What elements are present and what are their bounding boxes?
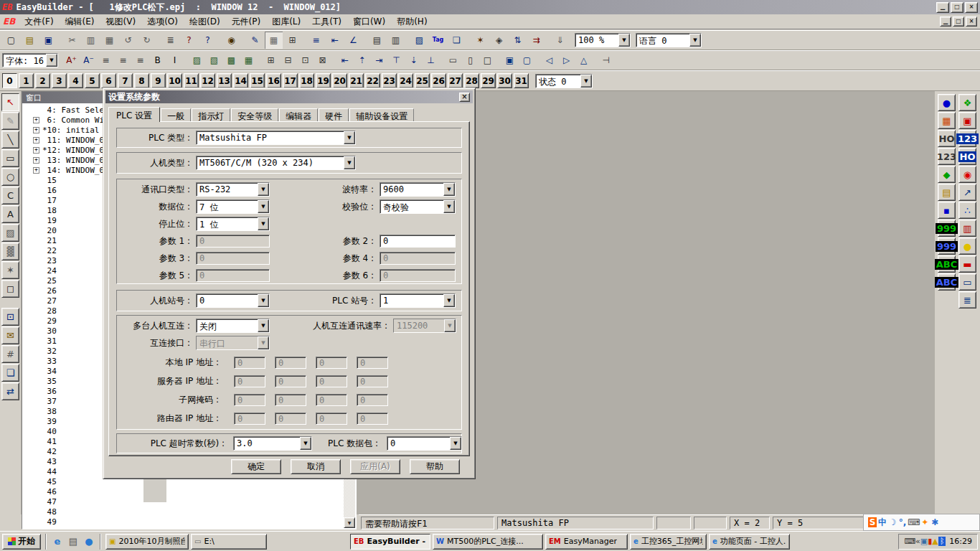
draw-mode-button[interactable]: ✎ [246, 32, 264, 49]
align-bottom-button[interactable]: ⊥ [423, 52, 439, 69]
same-height-button[interactable]: ▯ [462, 52, 479, 69]
snap-button[interactable]: ⊞ [283, 32, 301, 49]
dropdown-arrow-icon[interactable]: ▼ [450, 437, 461, 450]
dropdown-arrow-icon[interactable]: ▼ [46, 54, 57, 67]
expand-plus-icon[interactable]: + [33, 137, 39, 143]
group-button[interactable]: ▣ [501, 52, 518, 69]
parameter-2-input[interactable]: 0 [380, 235, 456, 248]
send-back-button[interactable]: ▧ [206, 52, 222, 69]
task-word-doc[interactable]: WMT500的PLC_连接... [433, 534, 543, 550]
document-close-button[interactable]: × [966, 17, 977, 27]
ascii-input-element[interactable]: ABC [938, 255, 956, 273]
height-shrink-button[interactable]: ⊟ [280, 52, 296, 69]
tag-button[interactable]: Tag [429, 32, 447, 49]
data-bits-combobox[interactable]: 7 位 ▼ [196, 199, 270, 214]
export-window-button[interactable]: ❏ [448, 32, 466, 49]
dropdown-arrow-icon[interactable]: ▼ [258, 183, 269, 196]
expand-plus-icon[interactable]: + [33, 127, 39, 133]
print-button[interactable]: ≣ [161, 32, 179, 49]
packet-combobox[interactable]: 0 ▼ [387, 436, 462, 451]
dropdown-arrow-icon[interactable]: ▼ [443, 294, 455, 307]
dialog-titlebar[interactable]: 设置系统参数 × [105, 90, 473, 103]
expand-plus-icon[interactable]: + [33, 167, 39, 174]
ok-button[interactable]: 确定 [231, 459, 281, 474]
xy-plot-element[interactable]: ∴ [958, 202, 976, 219]
window-page-button-24[interactable]: 24 [398, 73, 413, 88]
scroll-bar-element[interactable]: ▤ [938, 184, 956, 201]
stop-bits-combobox[interactable]: 1 位 ▼ [196, 217, 270, 231]
window-page-button-19[interactable]: 19 [316, 73, 331, 88]
same-size-button[interactable]: □ [479, 52, 496, 69]
toolbox-icon[interactable]: ✱ [930, 516, 940, 529]
new-button[interactable]: ▢ [2, 32, 20, 49]
tab-aux-device[interactable]: 辅助设备设置 [349, 108, 414, 121]
window-page-button-27[interactable]: 27 [448, 73, 463, 88]
window-titlebar[interactable]: EB EasyBuilder - [ 1修改PLC松下.epj : WINDOW… [0, 0, 980, 14]
redo-button[interactable]: ↻ [138, 32, 156, 49]
sogou-logo[interactable]: S [867, 516, 877, 529]
tree-item[interactable]: 47 [24, 496, 343, 507]
paste-button[interactable]: ▦ [100, 32, 118, 49]
width-enlarge-button[interactable]: ⊡ [297, 52, 314, 69]
font-size-combobox[interactable]: 字体: 16 ▼ [2, 53, 58, 67]
measure-button[interactable]: ∠ [344, 32, 362, 49]
element-list-button[interactable]: ▤ [368, 32, 386, 49]
soft-keyboard-icon[interactable]: ⌨ [908, 516, 920, 529]
transform-tool[interactable]: ✎ [1, 112, 19, 130]
window-page-button-30[interactable]: 30 [497, 73, 512, 88]
window-page-button-4[interactable]: 4 [68, 73, 83, 88]
expand-plus-icon[interactable]: + [33, 117, 39, 123]
cancel-button[interactable]: 取消 [291, 459, 341, 474]
window-page-button-5[interactable]: 5 [85, 73, 100, 88]
dropdown-arrow-icon[interactable]: ▼ [344, 131, 355, 144]
element-position-button[interactable]: ⇤ [326, 32, 344, 49]
window-page-button-11[interactable]: 11 [184, 73, 199, 88]
frame-tool[interactable]: ◻ [1, 280, 19, 298]
align-elements-button[interactable]: ≡ [307, 32, 325, 49]
tab-hardware[interactable]: 硬件 [319, 108, 349, 121]
start-button[interactable]: 开始 [2, 534, 41, 550]
ungroup-button[interactable]: ▢ [519, 52, 535, 69]
dropdown-arrow-icon[interactable]: ▼ [258, 319, 269, 332]
window-page-button-1[interactable]: 1 [19, 73, 34, 88]
hmi-station-combobox[interactable]: 0 ▼ [196, 293, 270, 308]
send-backward-button[interactable]: ▦ [240, 52, 257, 69]
alarm-display-element[interactable]: ◉ [958, 166, 976, 183]
scale-tool[interactable]: ▨ [1, 224, 19, 242]
dropdown-arrow-icon[interactable]: ▼ [580, 75, 592, 88]
align-left-edge-button[interactable]: ⇤ [336, 52, 353, 69]
meter-display-element[interactable]: ● [958, 237, 976, 255]
tab-plc-settings[interactable]: PLC 设置 [108, 107, 160, 122]
height-enlarge-button[interactable]: ⊞ [263, 52, 279, 69]
window-page-button-23[interactable]: 23 [382, 73, 397, 88]
window-page-button-9[interactable]: 9 [151, 73, 166, 88]
port-type-combobox[interactable]: RS-232 ▼ [196, 182, 270, 197]
send-window-tool[interactable]: ⇄ [1, 382, 19, 400]
window-page-button-20[interactable]: 20 [332, 73, 347, 88]
state-data-element[interactable]: HO [958, 148, 976, 165]
align-v-center-button[interactable]: ⇡ [354, 52, 370, 69]
menu-help[interactable]: 帮助(H) [391, 14, 433, 29]
alarm-bar-element[interactable]: ▬ [958, 255, 976, 273]
dropdown-arrow-icon[interactable]: ▼ [344, 156, 355, 169]
parity-combobox[interactable]: 奇校验 ▼ [380, 199, 456, 214]
minimize-button[interactable]: ▁ [936, 2, 949, 13]
font-decrease-button[interactable]: A⁻ [80, 52, 97, 69]
indirect-window-element[interactable]: ▪ [938, 202, 956, 219]
window-page-button-14[interactable]: 14 [233, 73, 248, 88]
save-button[interactable]: ▣ [39, 32, 57, 49]
word-lamp-element[interactable]: ▦ [938, 112, 956, 129]
zoom-combobox[interactable]: 100 % ▼ [575, 33, 631, 47]
moving-shape-element[interactable]: ❖ [958, 94, 976, 111]
menu-option[interactable]: 选项(O) [141, 14, 184, 29]
plc-station-combobox[interactable]: 1 ▼ [380, 293, 456, 308]
rotate-button[interactable]: △ [575, 52, 592, 69]
ellipse-tool[interactable]: ○ [1, 168, 19, 186]
compile-button[interactable]: ✶ [471, 32, 489, 49]
bit-lamp-element[interactable]: ● [938, 94, 956, 111]
security-tray-icon[interactable]: ▲ [932, 537, 938, 545]
line-tool[interactable]: ╲ [1, 131, 19, 149]
dropdown-arrow-icon[interactable]: ▼ [258, 217, 269, 230]
document-restore-button[interactable]: □ [953, 17, 964, 27]
task-photo-folder[interactable]: ▣2010年10月制照自... [105, 534, 189, 550]
